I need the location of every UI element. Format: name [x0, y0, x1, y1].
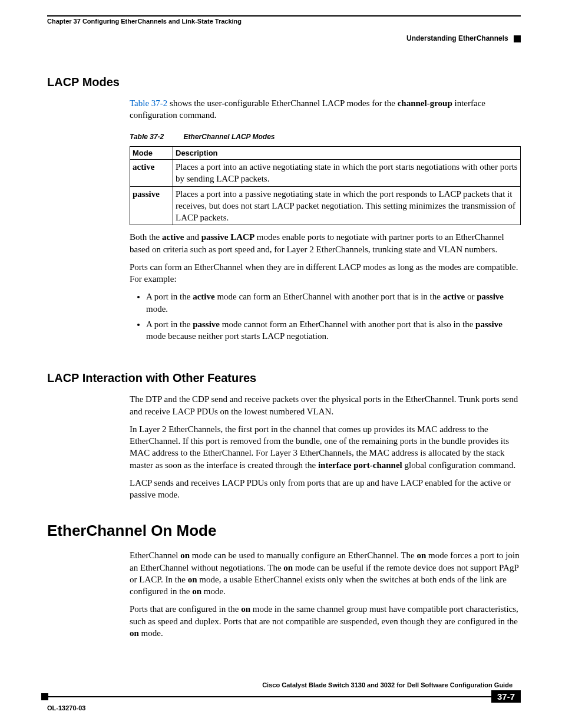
- desc-cell: Places a port into a passive negotiating…: [173, 186, 521, 225]
- header-marker-icon: [514, 35, 521, 42]
- heading-lacp-modes: LACP Modes: [47, 75, 521, 89]
- table-row: passive Places a port into a passive neg…: [130, 186, 521, 225]
- lacp-modes-table: Mode Description active Places a port in…: [130, 146, 521, 226]
- desc-cell: Places a port into an active negotiating…: [173, 160, 521, 187]
- page-footer: Cisco Catalyst Blade Switch 3130 and 303…: [41, 681, 521, 711]
- table-reference-link[interactable]: Table 37-2: [130, 98, 167, 108]
- heading-etherchannel-on-mode: EtherChannel On Mode: [47, 522, 521, 540]
- table-header-mode: Mode: [130, 146, 173, 160]
- body-text: LACP sends and receives LACP PDUs only f…: [130, 477, 521, 501]
- body-text: Ports that are configured in the on mode…: [130, 603, 521, 639]
- list-item: A port in the active mode can form an Et…: [146, 291, 521, 315]
- chapter-label: Chapter 37 Configuring EtherChannels and…: [47, 18, 521, 25]
- body-text: EtherChannel on mode can be used to manu…: [130, 549, 521, 597]
- table-header-description: Description: [173, 146, 521, 160]
- mode-cell: active: [130, 160, 173, 187]
- page-number: 37-7: [491, 690, 521, 703]
- page-header: Chapter 37 Configuring EtherChannels and…: [41, 18, 521, 46]
- section-label: Understanding EtherChannels: [406, 34, 508, 42]
- document-id: OL-13270-03: [47, 704, 521, 711]
- bullet-list: A port in the active mode can form an Et…: [130, 291, 521, 342]
- body-text: In Layer 2 EtherChannels, the first port…: [130, 423, 521, 471]
- list-item: A port in the passive mode cannot form a…: [146, 318, 521, 342]
- table-row: active Places a port into an active nego…: [130, 160, 521, 187]
- heading-lacp-interaction: LACP Interaction with Other Features: [47, 371, 521, 385]
- body-text: Both the active and passive LACP modes e…: [130, 231, 521, 255]
- mode-cell: passive: [130, 186, 173, 225]
- body-text: Ports can form an EtherChannel when they…: [130, 261, 521, 285]
- footer-marker-icon: [41, 693, 48, 700]
- body-text: The DTP and the CDP send and receive pac…: [130, 393, 521, 417]
- footer-guide-title: Cisco Catalyst Blade Switch 3130 and 303…: [41, 681, 521, 689]
- intro-paragraph: Table 37-2 shows the user-configurable E…: [130, 97, 521, 121]
- table-caption: Table 37-2 EtherChannel LACP Modes: [130, 132, 521, 141]
